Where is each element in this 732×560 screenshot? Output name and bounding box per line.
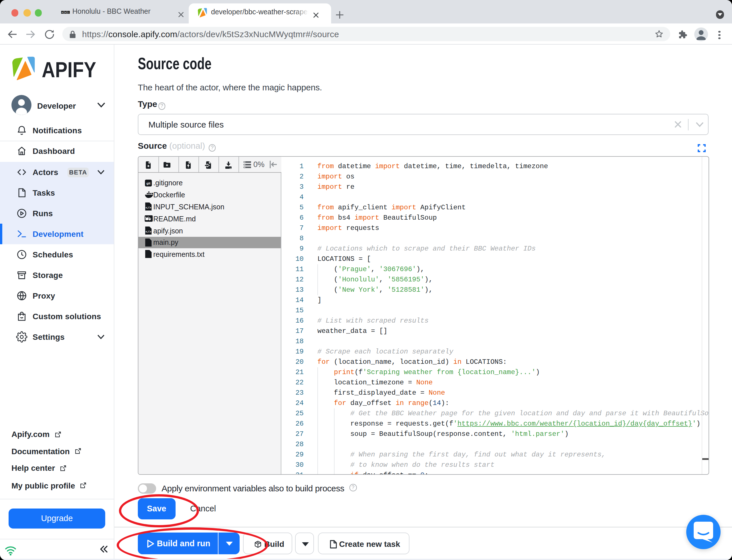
svg-text:</>: </> [146, 231, 151, 234]
svg-text:C: C [68, 11, 70, 14]
svg-text:</>: </> [146, 206, 151, 210]
svg-text:B: B [65, 11, 66, 14]
svg-text:git: git [146, 181, 150, 185]
svg-text:B: B [62, 11, 63, 14]
